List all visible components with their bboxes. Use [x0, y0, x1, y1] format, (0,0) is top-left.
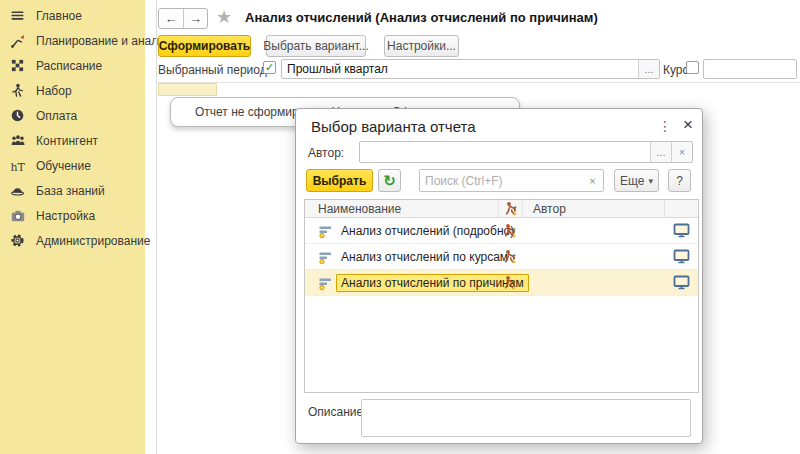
- variant-row[interactable]: Анализ отчислений по курсам: [305, 244, 698, 270]
- variant-list: Наименование Автор Анализ отчислений (по…: [304, 199, 699, 393]
- monitor-icon: [673, 275, 690, 290]
- sidebar-item-label: Главное: [36, 9, 82, 23]
- select-button[interactable]: Выбрать: [306, 169, 373, 192]
- sidebar-item[interactable]: Контингент: [0, 128, 145, 153]
- planning-chart-icon: [9, 32, 26, 49]
- sidebar-item-label: Расписание: [36, 59, 102, 73]
- sidebar-item[interactable]: Расписание: [0, 53, 145, 78]
- sidebar-item-label: Администрирование: [36, 234, 150, 248]
- more-button[interactable]: Еще ▾: [614, 169, 659, 192]
- dialog-menu-icon[interactable]: ⋮: [658, 118, 672, 134]
- sidebar-item-label: Обучение: [36, 159, 91, 173]
- contingent-people-icon: [9, 132, 26, 149]
- forward-arrow-icon[interactable]: →: [183, 9, 207, 28]
- settings-button[interactable]: Настройки...: [384, 35, 459, 57]
- variant-list-header: Наименование Автор: [305, 200, 698, 218]
- author-person-icon: [503, 249, 517, 264]
- variant-rows: Анализ отчислений (подробно) Анализ отчи…: [305, 218, 698, 296]
- column-header-name[interactable]: Наименование: [305, 200, 498, 217]
- column-header-author-icon[interactable]: [498, 200, 522, 217]
- close-icon[interactable]: ×: [683, 115, 693, 135]
- variant-name: Анализ отчислений по курсам: [341, 250, 508, 264]
- page-title: Анализ отчислений (Анализ отчислений по …: [245, 10, 598, 25]
- report-variant-icon: [318, 223, 333, 239]
- period-input[interactable]: [282, 60, 638, 78]
- back-arrow-icon[interactable]: ←: [159, 9, 183, 28]
- svg-text:hT: hT: [10, 160, 25, 173]
- sidebar-item-label: База знаний: [36, 184, 105, 198]
- search-clear-icon[interactable]: ×: [582, 170, 603, 191]
- variant-name: Анализ отчислений (подробно): [341, 224, 514, 238]
- monitor-icon: [673, 223, 690, 238]
- dialog-title: Выбор варианта отчета: [311, 118, 476, 135]
- sidebar-item[interactable]: Оплата: [0, 103, 145, 128]
- author-clear-button[interactable]: ×: [671, 142, 692, 162]
- chevron-down-icon: ▾: [648, 176, 653, 186]
- schedule-grid-icon: [9, 57, 26, 74]
- column-header-availability[interactable]: [664, 200, 698, 217]
- report-corner-cell: [158, 83, 217, 96]
- author-person-icon: [503, 275, 517, 290]
- sidebar-item[interactable]: Администрирование: [0, 228, 145, 253]
- author-ellipsis-button[interactable]: ...: [650, 142, 671, 162]
- sidebar: Главное Планирование и анализ Расписание…: [0, 0, 145, 454]
- knowledge-base-icon: [9, 182, 26, 199]
- period-checkbox[interactable]: ✓: [263, 61, 276, 74]
- sidebar-item[interactable]: База знаний: [0, 178, 145, 203]
- author-person-icon: [503, 223, 517, 238]
- sidebar-item[interactable]: Настройка: [0, 203, 145, 228]
- variant-row[interactable]: Анализ отчислений (подробно): [305, 218, 698, 244]
- monitor-icon: [673, 249, 690, 264]
- sidebar-item[interactable]: Главное: [0, 3, 145, 28]
- sidebar-item-label: Планирование и анализ: [36, 34, 170, 48]
- sidebar-item-label: Настройка: [36, 209, 95, 223]
- sidebar-item-label: Оплата: [36, 109, 77, 123]
- period-label: Выбранный период:: [158, 63, 270, 77]
- administration-gear-icon: [9, 232, 26, 249]
- description-textarea[interactable]: [361, 399, 691, 437]
- sidebar-item[interactable]: Набор: [0, 78, 145, 103]
- description-label: Описание:: [308, 405, 367, 419]
- author-label: Автор:: [308, 146, 344, 160]
- recruitment-person-icon: [9, 82, 26, 99]
- sidebar-item[interactable]: hT Обучение: [0, 153, 145, 178]
- refresh-icon[interactable]: ↻: [378, 169, 401, 192]
- course-input[interactable]: [704, 60, 796, 78]
- search-input[interactable]: [420, 170, 582, 191]
- author-field: ... ×: [359, 141, 693, 163]
- generate-button[interactable]: Сформировать: [158, 35, 251, 57]
- training-icon: hT: [9, 157, 26, 174]
- author-person-icon: [504, 201, 518, 216]
- search-field: ×: [419, 169, 604, 192]
- period-ellipsis-button[interactable]: ...: [638, 60, 659, 78]
- menu-icon: [9, 7, 26, 24]
- setup-camera-icon: [9, 207, 26, 224]
- sidebar-item[interactable]: Планирование и анализ: [0, 28, 145, 53]
- course-field: [703, 59, 797, 79]
- period-field: ...: [281, 59, 660, 79]
- variant-author: [522, 244, 664, 269]
- variant-author: [522, 270, 664, 295]
- payment-icon: [9, 107, 26, 124]
- sidebar-item-label: Набор: [36, 84, 72, 98]
- sidebar-items: Главное Планирование и анализ Расписание…: [0, 0, 145, 253]
- report-variant-icon: [318, 249, 333, 265]
- sidebar-item-label: Контингент: [36, 134, 98, 148]
- report-area-border: [158, 82, 800, 83]
- course-checkbox[interactable]: [686, 61, 699, 74]
- history-nav: ← →: [158, 8, 208, 29]
- column-header-author[interactable]: Автор: [522, 200, 664, 217]
- favorite-star-icon[interactable]: ★: [216, 6, 232, 28]
- variant-row[interactable]: Анализ отчислений по причинам: [305, 270, 698, 296]
- report-variant-icon: [318, 275, 333, 291]
- variant-author: [522, 218, 664, 243]
- choose-variant-button[interactable]: Выбрать вариант...: [266, 35, 366, 57]
- sidebar-divider: [156, 0, 157, 454]
- help-button[interactable]: ?: [668, 169, 691, 192]
- author-input[interactable]: [360, 142, 650, 162]
- report-variant-dialog: Выбор варианта отчета ⋮ × Автор: ... × В…: [295, 108, 703, 444]
